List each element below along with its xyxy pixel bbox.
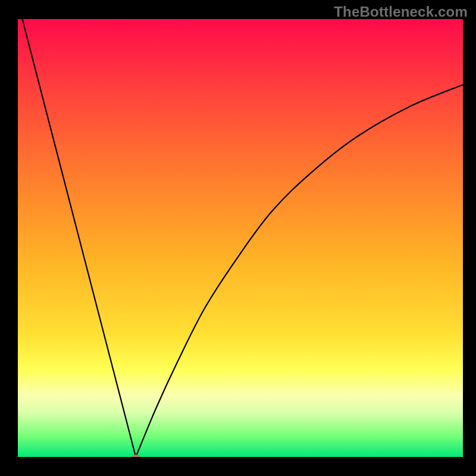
chart-gradient-bg — [18, 19, 463, 457]
chart-container: TheBottleneck.com — [0, 0, 476, 476]
bottleneck-chart — [0, 0, 476, 476]
